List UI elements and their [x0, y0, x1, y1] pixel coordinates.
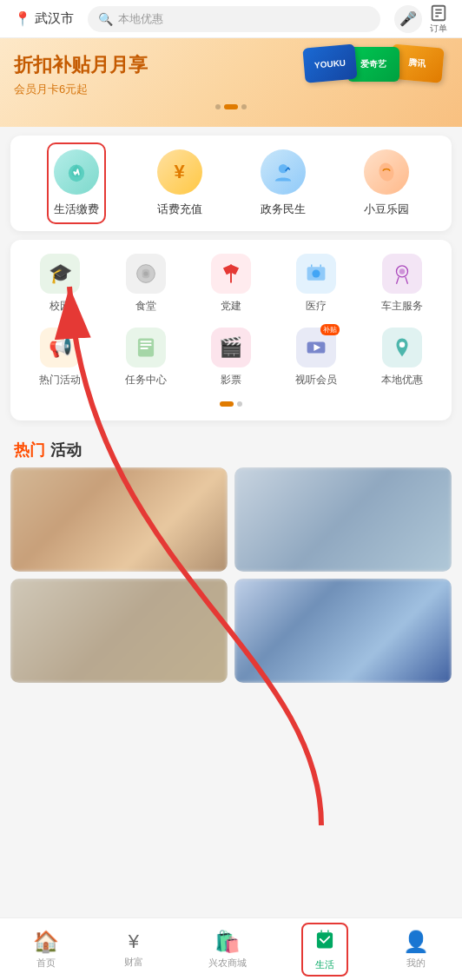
life-icon — [314, 928, 336, 956]
grid-section: 🎓 校园 食堂 — [10, 240, 452, 420]
mall-label: 兴农商城 — [208, 957, 247, 970]
services-row: 生活缴费 ¥ 话费充值 政务民生 — [24, 149, 438, 217]
service-gov[interactable]: 政务民生 — [261, 149, 306, 217]
dot-1 — [215, 104, 221, 109]
medical-label: 医疗 — [306, 299, 327, 314]
mic-button[interactable]: 🎤 — [394, 5, 422, 33]
bottom-nav: 🏠 首页 ¥ 财富 🛍️ 兴农商城 生活 👤 我的 — [0, 917, 462, 980]
svg-rect-18 — [140, 348, 148, 349]
wealth-label: 财富 — [124, 956, 143, 969]
grid-dots — [17, 401, 445, 407]
grid-row-1: 🎓 校园 食堂 — [17, 254, 445, 314]
activity-card-3[interactable] — [10, 579, 228, 683]
nav-mine[interactable]: 👤 我的 — [393, 926, 439, 973]
mine-icon: 👤 — [403, 930, 429, 954]
dot-2 — [224, 104, 238, 109]
svg-line-7 — [287, 168, 290, 170]
activity-card-2[interactable] — [234, 467, 452, 572]
movie-icon: 🎬 — [211, 328, 251, 368]
gov-label: 政务民生 — [261, 202, 306, 217]
activity-blur-1 — [10, 467, 228, 572]
service-phone-fee[interactable]: ¥ 话费充值 — [157, 149, 202, 217]
local-label: 本地优惠 — [381, 373, 423, 387]
bean-icon — [364, 149, 409, 195]
hot-activity-icon: 📢 — [40, 328, 80, 368]
school-icon: 🎓 — [40, 254, 80, 294]
svg-point-10 — [143, 271, 148, 275]
grid-car[interactable]: 车主服务 — [360, 254, 445, 314]
task-icon — [126, 328, 166, 368]
hot-title-hot: 热门 — [14, 440, 45, 460]
order-button[interactable]: 订单 — [429, 3, 448, 35]
header: 📍 武汉市 🔍 本地优惠 🎤 订单 — [0, 0, 462, 38]
grid-party[interactable]: 党建 — [188, 254, 274, 314]
home-label: 首页 — [36, 957, 56, 970]
nav-life[interactable]: 生活 — [301, 923, 348, 977]
service-bean[interactable]: 小豆乐园 — [364, 149, 409, 217]
party-label: 党建 — [221, 299, 241, 314]
life-fee-icon — [54, 149, 99, 195]
location-text: 武汉市 — [35, 10, 74, 27]
mine-label: 我的 — [406, 957, 426, 970]
home-icon: 🏠 — [33, 930, 59, 954]
nav-wealth[interactable]: ¥ 财富 — [114, 927, 154, 972]
canteen-icon — [126, 254, 166, 294]
grid-movie[interactable]: 🎬 影票 — [188, 328, 274, 387]
gov-icon — [261, 149, 306, 195]
svg-point-12 — [313, 269, 320, 277]
grid-canteen[interactable]: 食堂 — [102, 254, 188, 314]
banner-cards: YOUKU 爱奇艺 腾讯 — [295, 47, 452, 82]
nav-home[interactable]: 🏠 首页 — [23, 926, 69, 973]
hot-title-activity: 活动 — [50, 440, 82, 460]
location-area[interactable]: 📍 武汉市 — [14, 10, 74, 27]
search-icon: 🔍 — [98, 12, 113, 26]
svg-point-14 — [399, 268, 406, 275]
phone-fee-label: 话费充值 — [157, 202, 202, 217]
dot-3 — [241, 104, 247, 109]
phone-fee-icon: ¥ — [157, 149, 202, 195]
svg-rect-16 — [140, 341, 151, 342]
wealth-icon: ¥ — [129, 930, 139, 953]
svg-point-4 — [68, 165, 83, 182]
grid-task[interactable]: 任务中心 — [102, 328, 188, 387]
svg-rect-17 — [140, 344, 151, 346]
svg-point-21 — [399, 342, 406, 348]
task-label: 任务中心 — [125, 373, 167, 387]
life-fee-label: 生活缴费 — [54, 202, 99, 217]
movie-label: 影票 — [221, 373, 241, 387]
service-life-fee[interactable]: 生活缴费 — [54, 149, 99, 217]
search-bar[interactable]: 🔍 本地优惠 — [88, 6, 380, 32]
school-label: 校园 — [50, 299, 70, 314]
activity-card-4[interactable] — [234, 579, 452, 683]
grid-local[interactable]: 本地优惠 — [360, 328, 445, 387]
grid-video[interactable]: 补贴 视听会员 — [274, 328, 359, 387]
bean-label: 小豆乐园 — [364, 202, 409, 217]
activity-blur-3 — [10, 579, 228, 683]
mall-icon: 🛍️ — [214, 930, 241, 954]
activity-blur-2 — [234, 467, 452, 572]
grid-row-2: 📢 热门活动 任务中心 🎬 影票 — [17, 328, 445, 387]
search-placeholder: 本地优惠 — [118, 11, 163, 27]
grid-dot-1 — [220, 401, 234, 407]
banner-dots — [14, 104, 448, 109]
nav-mall[interactable]: 🛍️ 兴农商城 — [198, 926, 257, 973]
location-icon: 📍 — [14, 10, 31, 27]
car-icon — [382, 254, 422, 294]
activity-blur-4 — [234, 579, 452, 683]
quick-services: 生活缴费 ¥ 话费充值 政务民生 — [10, 136, 452, 231]
grid-medical[interactable]: 医疗 — [274, 254, 359, 314]
life-label: 生活 — [315, 958, 334, 971]
svg-point-5 — [278, 164, 287, 173]
party-icon — [211, 254, 251, 294]
grid-hot-activity[interactable]: 📢 热门活动 — [17, 328, 102, 387]
local-icon — [382, 328, 422, 368]
banner: 折扣补贴月月享 会员月卡6元起 YOUKU 爱奇艺 腾讯 — [0, 38, 462, 127]
canteen-label: 食堂 — [135, 299, 156, 314]
youku-card: YOUKU — [302, 44, 357, 83]
video-label: 视听会员 — [295, 373, 337, 387]
activity-card-1[interactable] — [10, 467, 228, 572]
hot-activity-label: 热门活动 — [39, 373, 81, 387]
order-label: 订单 — [430, 23, 447, 35]
grid-school[interactable]: 🎓 校园 — [17, 254, 102, 314]
video-icon: 补贴 — [296, 328, 336, 368]
